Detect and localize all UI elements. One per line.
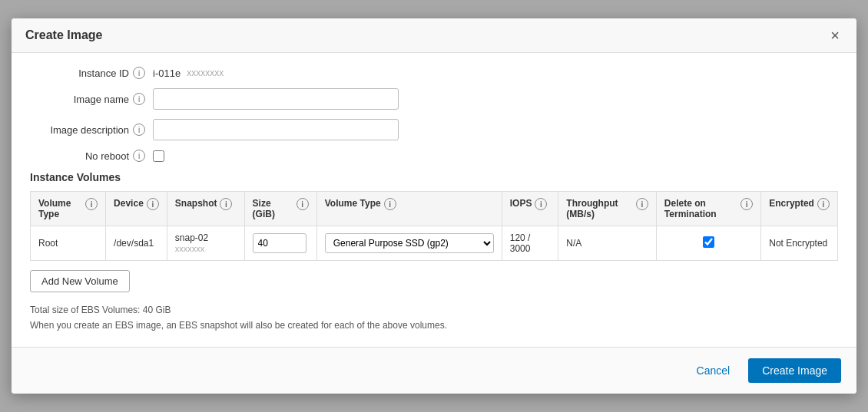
no-reboot-info-icon[interactable]: i — [133, 150, 145, 162]
image-name-input[interactable] — [153, 88, 399, 110]
image-description-info-icon[interactable]: i — [133, 124, 145, 136]
iops-header-info-icon[interactable]: i — [535, 198, 547, 210]
col-header-volume-type-col: Volume Type i — [316, 192, 502, 226]
delete-on-termination-header-info-icon[interactable]: i — [740, 198, 753, 210]
row-volume-type-select-cell: General Purpose SSD (gp2) General Purpos… — [316, 226, 502, 261]
col-header-delete-on-termination: Delete on Termination i — [656, 192, 760, 226]
image-description-input[interactable] — [153, 119, 399, 140]
row-encrypted: Not Encrypted — [761, 226, 838, 261]
table-row: Root /dev/sda1 snap-02 xxxxxxx General P… — [31, 226, 838, 261]
row-throughput: N/A — [558, 226, 657, 261]
create-image-modal: Create Image × Instance ID i i-011e xxxx… — [12, 18, 856, 393]
row-device: /dev/sda1 — [106, 226, 167, 261]
row-volume-type: Root — [31, 226, 106, 261]
instance-id-label: Instance ID i — [30, 67, 153, 79]
row-size — [244, 226, 316, 261]
volumes-table: Volume Type i Device i S — [30, 191, 838, 261]
instance-id-group: Instance ID i i-011e xxxxxxxx — [30, 67, 838, 79]
size-header-info-icon[interactable]: i — [297, 198, 309, 210]
no-reboot-group: No reboot i — [30, 150, 838, 162]
row-snapshot: snap-02 xxxxxxx — [167, 226, 244, 261]
modal-title: Create Image — [25, 28, 103, 42]
volumes-section-title: Instance Volumes — [30, 171, 838, 183]
close-button[interactable]: × — [827, 28, 843, 43]
delete-on-termination-checkbox[interactable] — [703, 236, 714, 248]
no-reboot-label: No reboot i — [30, 150, 153, 162]
image-name-group: Image name i — [30, 88, 838, 110]
image-name-label: Image name i — [30, 93, 153, 105]
col-header-device: Device i — [106, 192, 167, 226]
instance-id-value: i-011e xxxxxxxx — [153, 68, 224, 79]
create-image-button[interactable]: Create Image — [748, 358, 841, 383]
volume-type-col-header-info-icon[interactable]: i — [384, 198, 396, 210]
modal-header: Create Image × — [12, 18, 856, 53]
col-header-volume-type: Volume Type i — [31, 192, 106, 226]
cancel-button[interactable]: Cancel — [686, 358, 741, 383]
table-header-row: Volume Type i Device i S — [31, 192, 838, 226]
no-reboot-checkbox[interactable] — [153, 150, 164, 162]
throughput-header-info-icon[interactable]: i — [636, 198, 648, 210]
col-header-encrypted: Encrypted i — [761, 192, 838, 226]
instance-id-blurred: xxxxxxxx — [187, 68, 224, 78]
volume-type-header-info-icon[interactable]: i — [85, 198, 98, 210]
col-header-size: Size (GiB) i — [244, 192, 316, 226]
modal-body: Instance ID i i-011e xxxxxxxx Image name… — [12, 53, 856, 346]
modal-footer: Cancel Create Image — [12, 347, 856, 394]
col-header-iops: IOPS i — [502, 192, 558, 226]
snapshot-header-info-icon[interactable]: i — [220, 198, 232, 210]
row-delete-on-termination — [656, 226, 760, 261]
footer-notes: Total size of EBS Volumes: 40 GiB When y… — [30, 303, 838, 332]
device-header-info-icon[interactable]: i — [147, 198, 159, 210]
image-description-label: Image description i — [30, 124, 153, 136]
instance-id-info-icon[interactable]: i — [133, 67, 145, 79]
encrypted-header-info-icon[interactable]: i — [817, 198, 830, 210]
image-name-info-icon[interactable]: i — [133, 93, 145, 105]
footer-note-line1: Total size of EBS Volumes: 40 GiB — [30, 303, 838, 318]
size-input[interactable] — [253, 233, 306, 253]
row-iops: 120 / 3000 — [502, 226, 558, 261]
add-new-volume-button[interactable]: Add New Volume — [30, 270, 130, 292]
image-description-group: Image description i — [30, 119, 838, 140]
footer-note-line2: When you create an EBS image, an EBS sna… — [30, 318, 838, 333]
col-header-snapshot: Snapshot i — [167, 192, 244, 226]
volume-type-select[interactable]: General Purpose SSD (gp2) General Purpos… — [325, 233, 494, 253]
col-header-throughput: Throughput (MB/s) i — [558, 192, 657, 226]
modal-overlay: Create Image × Instance ID i i-011e xxxx… — [0, 0, 868, 412]
